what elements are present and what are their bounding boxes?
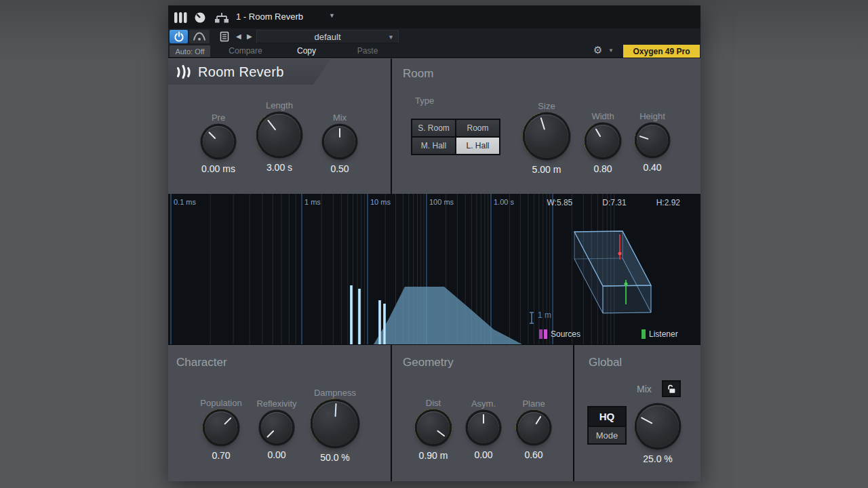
copy-button[interactable]: Copy: [277, 45, 336, 58]
paste-button[interactable]: Paste: [338, 45, 397, 58]
asym-knob[interactable]: [468, 412, 499, 443]
knob-value: 5.00 m: [532, 164, 561, 175]
document-icon: [220, 31, 229, 42]
room-dimension-readouts: W:5.85 D:7.31 H:2.92: [547, 198, 680, 207]
hq-button[interactable]: HQ: [589, 407, 625, 426]
knob-value: 50.0 %: [320, 452, 350, 463]
length-knob[interactable]: [258, 114, 300, 156]
desktop-background: { "header": { "instance_title": "1 - Roo…: [0, 0, 868, 488]
type-label: Type: [415, 96, 434, 106]
character-panel: Character Population 0.70 Reflexivity 0.…: [168, 344, 392, 481]
plugin-header-banner: Room Reverb: [168, 59, 331, 85]
plugin-window: 1 - Room Reverb ▼ ◀ ▶ d: [168, 5, 701, 481]
size-knob[interactable]: [525, 115, 568, 158]
knob-value: 0.00 ms: [201, 163, 235, 174]
next-preset-button[interactable]: ▶: [247, 33, 252, 40]
width-readout: W:5.85: [547, 198, 572, 207]
chevron-down-icon[interactable]: ▼: [608, 47, 614, 54]
depth-readout: D:7.31: [602, 198, 626, 207]
room-panel: Room Type S. Room Room M. Hall L. Hall S…: [392, 58, 701, 194]
prev-preset-button[interactable]: ◀: [236, 33, 241, 40]
time-tick-label: 1.00 s: [494, 198, 514, 206]
preset-file-button[interactable]: [220, 31, 229, 45]
pre-knob-block: Pre 0.00 ms: [186, 113, 251, 174]
height-knob-block: Height 0.40: [620, 111, 685, 173]
hq-mode-group: HQ Mode: [587, 406, 627, 445]
dampness-knob-block: Dampness 50.0 %: [302, 388, 368, 463]
knob-value: 0.90 m: [419, 450, 448, 461]
population-knob[interactable]: [205, 411, 237, 444]
knob-label: Width: [591, 111, 614, 121]
listener-legend-label: Listener: [649, 329, 678, 339]
dist-knob[interactable]: [417, 411, 450, 444]
source-color-swatch: [539, 329, 542, 339]
compare-button[interactable]: Compare: [216, 45, 275, 58]
knob-value: 0.50: [330, 163, 349, 174]
source-color-swatch: [544, 329, 547, 339]
preset-dropdown[interactable]: default ▼: [256, 30, 399, 43]
mix-knob-block: Mix 0.50: [307, 113, 372, 174]
geometry-section-title: Geometry: [403, 356, 454, 369]
room-type-selector: S. Room Room M. Hall L. Hall: [411, 119, 500, 155]
time-tick-label: 10 ms: [370, 198, 391, 206]
mix-knob[interactable]: [324, 126, 355, 157]
main-panel: Room Reverb Pre 0.00 ms Length 3.00 s Mi…: [168, 58, 392, 194]
pre-knob[interactable]: [203, 126, 234, 157]
height-knob[interactable]: [637, 125, 668, 156]
chevron-down-icon: ▼: [388, 34, 394, 41]
mix-lock-button[interactable]: [662, 380, 681, 397]
global-mix-knob-block: 25.0 %: [625, 405, 690, 464]
character-section-title: Character: [176, 356, 227, 369]
plugin-title: Room Reverb: [198, 64, 284, 80]
power-button[interactable]: [170, 30, 188, 43]
toolbar: ◀ ▶ default ▼ Auto: Off Compare Copy Pas…: [168, 28, 701, 58]
reflexivity-knob[interactable]: [261, 412, 292, 443]
type-button-m-hall[interactable]: M. Hall: [412, 138, 455, 154]
knob-value: 0.00: [267, 449, 285, 460]
global-mix-label: Mix: [637, 384, 652, 394]
automation-mode-button[interactable]: Auto: Off: [170, 45, 210, 57]
title-bar: 1 - Room Reverb ▼: [168, 5, 701, 28]
lock-open-icon: [666, 384, 677, 394]
width-knob[interactable]: [587, 125, 619, 157]
room-section-title: Room: [403, 67, 433, 81]
routing-icon[interactable]: [214, 12, 229, 24]
impulse-response-plot: [168, 194, 701, 344]
knob-value: 0.80: [593, 163, 612, 174]
geometry-panel: Geometry Dist 0.90 m Asym. 0.00 Plane 0.…: [392, 344, 574, 481]
knob-label: Mix: [333, 113, 347, 123]
knob-value: 0.40: [643, 162, 661, 173]
instrument-icon[interactable]: [174, 12, 188, 24]
knob-value: 0.70: [212, 450, 230, 461]
macro-knob-icon[interactable]: [194, 12, 206, 24]
knob-label: Asym.: [471, 399, 496, 409]
type-button-room[interactable]: Room: [456, 120, 499, 136]
knob-value: 0.60: [524, 449, 542, 460]
plane-knob-block: Plane 0.60: [501, 399, 566, 460]
knob-value: 0.00: [474, 449, 492, 460]
height-readout: H:2.92: [656, 198, 680, 207]
time-tick-label: 1 ms: [304, 198, 321, 206]
knob-label: Height: [639, 111, 665, 121]
knob-label: Size: [538, 101, 555, 111]
mode-button[interactable]: Mode: [589, 427, 625, 443]
knob-label: Dampness: [314, 388, 356, 398]
dampness-knob[interactable]: [313, 401, 357, 446]
chevron-down-icon[interactable]: ▼: [329, 12, 335, 19]
automation-icon: [193, 32, 206, 41]
scale-label: 1 m: [538, 310, 551, 320]
automation-button[interactable]: [189, 30, 210, 43]
global-section-title: Global: [589, 356, 622, 369]
type-button-l-hall[interactable]: L. Hall: [456, 138, 499, 154]
global-mix-knob[interactable]: [637, 405, 679, 447]
time-tick-label: 100 ms: [429, 198, 454, 206]
plane-knob[interactable]: [518, 412, 549, 443]
gear-icon[interactable]: ⚙: [593, 44, 602, 56]
size-knob-block: Size 5.00 m: [514, 101, 579, 175]
window-title: 1 - Room Reverb: [236, 12, 303, 22]
sources-legend: Sources: [539, 329, 580, 339]
global-panel: Global Mix HQ Mode 25.0 %: [574, 344, 701, 481]
control-link-badge[interactable]: Oxygen 49 Pro: [623, 45, 700, 58]
reverb-display[interactable]: 0.1 ms 1 ms 10 ms 100 ms 1.00 s W:5.85 D…: [168, 194, 701, 344]
type-button-s-room[interactable]: S. Room: [412, 120, 455, 136]
